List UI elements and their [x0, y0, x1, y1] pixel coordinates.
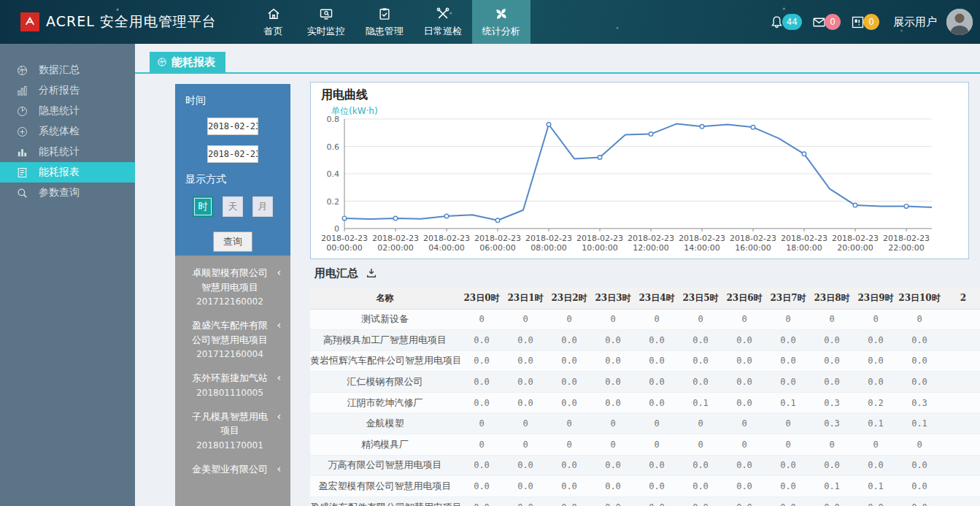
table-row: 江阴市乾坤汽修厂0.00.00.00.00.00.10.00.10.30.20.… — [310, 392, 980, 413]
brand: ACREL 安全用电管理平台 — [20, 12, 217, 31]
value-cell: 0 — [547, 413, 591, 434]
svg-text:00:00:00: 00:00:00 — [326, 243, 362, 253]
svg-text:08:00:00: 08:00:00 — [530, 243, 566, 253]
sidebar-item-analysis-report[interactable]: 分析报告 — [0, 80, 135, 101]
value-cell: 0.0 — [766, 350, 810, 372]
svg-text:2018-02-23: 2018-02-23 — [730, 234, 776, 243]
value-cell: 0.0 — [635, 372, 679, 393]
project-code: 201712160004 — [191, 348, 269, 361]
nav-item-inspection[interactable]: 日常巡检 — [414, 0, 472, 44]
date-start-input[interactable] — [207, 118, 258, 135]
nav-item-home[interactable]: 首页 — [250, 0, 297, 44]
sidebar-item-energy-report[interactable]: 能耗报表 — [0, 162, 135, 183]
clipped-cell — [941, 309, 980, 330]
value-cell: 0.0 — [503, 372, 547, 393]
project-list-item[interactable]: 卓顺塑模有限公司智慧用电项目201712160002‹ — [175, 258, 290, 311]
svg-text:2018-02-23: 2018-02-23 — [679, 234, 725, 243]
chevron-left-icon[interactable]: ‹ — [277, 411, 281, 421]
value-cell: 0 — [547, 309, 591, 330]
nav-item-statistics[interactable]: 统计分析 — [472, 0, 530, 44]
mode-day-button[interactable]: 天 — [223, 196, 243, 217]
sidebar-item-param-query[interactable]: 参数查询 — [0, 183, 135, 203]
project-name: 金美塑业有限公司 — [191, 462, 269, 477]
message-button[interactable]: 0 — [811, 14, 841, 30]
project-list-item[interactable]: 东外环新捷加气站201801110005‹ — [175, 364, 290, 402]
value-cell: 0.0 — [503, 350, 547, 372]
table-title: 用电汇总 — [315, 267, 358, 280]
project-list-item[interactable]: 子凡模具智慧用电项目201801170001‹ — [175, 402, 290, 455]
value-cell: 0.0 — [722, 455, 766, 476]
mode-month-button[interactable]: 月 — [252, 196, 273, 217]
value-cell: 0.0 — [635, 330, 679, 351]
sidebar-item-energy-stats[interactable]: 能耗统计 — [0, 142, 135, 162]
value-cell: 0.2 — [854, 392, 898, 413]
value-cell: 0.0 — [591, 330, 635, 351]
value-cell: 0.1 — [854, 413, 898, 434]
value-cell: 0.0 — [898, 372, 941, 393]
value-cell: 0.0 — [722, 350, 766, 372]
svg-text:2018-02-23: 2018-02-23 — [832, 234, 879, 243]
value-cell: 0 — [547, 434, 591, 456]
value-cell: 0.0 — [679, 372, 722, 393]
row-name-cell: 盈盛汽车配件有限公司智慧用电项目 — [310, 497, 460, 506]
bar-chart-icon — [16, 146, 28, 158]
query-button[interactable]: 查询 — [213, 231, 252, 252]
date-end-input[interactable] — [207, 145, 258, 163]
chevron-left-icon[interactable]: ‹ — [277, 464, 281, 474]
username[interactable]: 展示用户 — [893, 15, 937, 29]
top-navbar: ACREL 安全用电管理平台 首页 实时监控 隐患管理 日常巡检 统计分析 44 — [0, 0, 980, 44]
column-header: 2 — [941, 288, 980, 309]
svg-text:20:00:00: 20:00:00 — [837, 243, 873, 253]
project-list-item[interactable]: 盈盛汽车配件有限公司智慧用电项目201712160004‹ — [175, 311, 290, 364]
value-cell: 0.0 — [854, 455, 898, 476]
table-title-row: 用电汇总 — [315, 266, 980, 280]
chevron-left-icon[interactable]: ‹ — [277, 320, 281, 330]
value-cell: 0.0 — [898, 497, 941, 506]
mode-hour-button[interactable]: 时 — [193, 196, 213, 217]
sidebar-item-data-summary[interactable]: 数据汇总 — [0, 60, 135, 80]
nav-item-monitoring[interactable]: 实时监控 — [297, 0, 355, 44]
svg-text:14:00:00: 14:00:00 — [684, 243, 719, 253]
main-content: 能耗报表 时间 显示方式 时 天 月 查询 卓顺塑模有限公司智慧用电项目2017… — [135, 44, 980, 506]
device-button[interactable]: 0 — [850, 14, 879, 30]
value-cell: 0.0 — [679, 350, 722, 372]
display-mode-group: 时 天 月 — [175, 196, 290, 217]
sidebar-item-hazard-stats[interactable]: 隐患统计 — [0, 101, 135, 121]
value-cell: 0.0 — [547, 476, 591, 497]
value-cell: 0.1 — [679, 392, 722, 413]
svg-text:0.2: 0.2 — [327, 197, 340, 207]
table-row: 盈宏塑模有限公司智慧用电项目0.00.00.00.00.00.00.00.00.… — [310, 476, 980, 497]
value-cell: 0.0 — [547, 350, 591, 372]
alarm-button[interactable]: 44 — [769, 14, 802, 30]
clipped-cell — [941, 392, 980, 413]
value-cell: 0.0 — [722, 476, 766, 497]
tools-icon — [436, 7, 450, 21]
value-cell: 0 — [679, 434, 722, 456]
chevron-left-icon[interactable]: ‹ — [277, 372, 281, 383]
project-list-item[interactable]: 金美塑业有限公司‹ — [175, 455, 290, 480]
value-cell: 0.0 — [810, 372, 854, 393]
chevron-left-icon[interactable]: ‹ — [277, 267, 281, 277]
value-cell: 0.0 — [460, 497, 503, 506]
value-cell: 0.0 — [591, 392, 635, 413]
avatar[interactable] — [946, 9, 973, 35]
svg-text:2018-02-23: 2018-02-23 — [423, 234, 470, 243]
nav-item-hazard[interactable]: 隐患管理 — [355, 0, 414, 44]
value-cell: 0.0 — [898, 476, 941, 497]
value-cell: 0.1 — [810, 476, 854, 497]
acrel-logo-icon — [20, 12, 39, 31]
sidebar-item-system-check[interactable]: 系统体检 — [0, 121, 135, 142]
tab-energy-report[interactable]: 能耗报表 — [150, 52, 225, 72]
value-cell: 0.0 — [591, 497, 635, 506]
download-icon[interactable] — [366, 267, 377, 279]
value-cell: 0.0 — [854, 372, 898, 393]
value-cell: 0 — [503, 309, 547, 330]
value-cell: 0.0 — [854, 350, 898, 372]
table-row: 盈盛汽车配件有限公司智慧用电项目0.00.00.00.00.00.00.00.0… — [310, 497, 980, 506]
value-cell: 0.0 — [547, 497, 591, 506]
svg-text:2018-02-23: 2018-02-23 — [321, 234, 368, 243]
svg-text:0.8: 0.8 — [327, 115, 340, 124]
project-list: 卓顺塑模有限公司智慧用电项目201712160002‹盈盛汽车配件有限公司智慧用… — [175, 256, 290, 506]
row-name-cell: 汇仁模钢有限公司 — [310, 372, 460, 393]
plus-circle-icon — [16, 126, 28, 138]
